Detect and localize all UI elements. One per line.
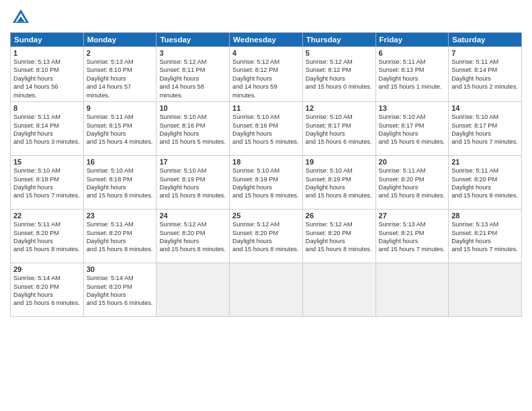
day-cell: 6 Sunrise: 5:11 AM Sunset: 8:13 PM Dayli… xyxy=(375,47,449,102)
day-number: 21 xyxy=(451,158,519,166)
day-cell xyxy=(375,263,449,317)
day-info: Sunrise: 5:13 AM Sunset: 8:10 PM Dayligh… xyxy=(87,58,154,99)
header-row: SundayMondayTuesdayWednesdayThursdayFrid… xyxy=(11,33,522,47)
day-info: Sunrise: 5:12 AM Sunset: 8:11 PM Dayligh… xyxy=(159,58,226,99)
col-header-friday: Friday xyxy=(375,33,449,47)
day-number: 27 xyxy=(379,212,446,220)
day-info: Sunrise: 5:10 AM Sunset: 8:19 PM Dayligh… xyxy=(159,167,226,200)
day-info: Sunrise: 5:10 AM Sunset: 8:17 PM Dayligh… xyxy=(306,113,373,146)
day-cell: 30 Sunrise: 5:14 AM Sunset: 8:20 PM Dayl… xyxy=(83,263,157,317)
day-cell: 17 Sunrise: 5:10 AM Sunset: 8:19 PM Dayl… xyxy=(157,156,230,210)
day-cell: 4 Sunrise: 5:12 AM Sunset: 8:12 PM Dayli… xyxy=(230,47,303,102)
day-info: Sunrise: 5:13 AM Sunset: 8:21 PM Dayligh… xyxy=(451,220,519,254)
day-number: 3 xyxy=(159,49,226,57)
week-row-4: 29 Sunrise: 5:14 AM Sunset: 8:20 PM Dayl… xyxy=(11,263,522,317)
day-number: 8 xyxy=(13,104,81,112)
day-cell: 8 Sunrise: 5:11 AM Sunset: 8:14 PM Dayli… xyxy=(11,102,84,156)
day-number: 15 xyxy=(13,158,81,166)
day-info: Sunrise: 5:11 AM Sunset: 8:14 PM Dayligh… xyxy=(451,58,519,91)
day-number: 30 xyxy=(87,265,154,273)
day-cell: 12 Sunrise: 5:10 AM Sunset: 8:17 PM Dayl… xyxy=(302,102,375,156)
day-info: Sunrise: 5:10 AM Sunset: 8:16 PM Dayligh… xyxy=(159,113,226,146)
day-number: 19 xyxy=(306,158,373,166)
day-cell: 23 Sunrise: 5:11 AM Sunset: 8:20 PM Dayl… xyxy=(83,210,157,263)
day-cell: 19 Sunrise: 5:10 AM Sunset: 8:19 PM Dayl… xyxy=(302,156,375,210)
day-number: 5 xyxy=(306,49,373,57)
week-row-1: 8 Sunrise: 5:11 AM Sunset: 8:14 PM Dayli… xyxy=(11,102,522,156)
day-cell xyxy=(157,263,230,317)
day-info: Sunrise: 5:11 AM Sunset: 8:14 PM Dayligh… xyxy=(13,113,81,146)
day-number: 20 xyxy=(379,158,446,166)
day-number: 6 xyxy=(379,49,446,57)
day-cell xyxy=(302,263,375,317)
logo xyxy=(10,7,34,28)
day-number: 18 xyxy=(232,158,300,166)
day-info: Sunrise: 5:12 AM Sunset: 8:20 PM Dayligh… xyxy=(306,220,373,254)
col-header-wednesday: Wednesday xyxy=(230,33,303,47)
day-number: 14 xyxy=(451,104,519,112)
col-header-sunday: Sunday xyxy=(11,33,84,47)
day-info: Sunrise: 5:11 AM Sunset: 8:20 PM Dayligh… xyxy=(379,167,446,200)
day-info: Sunrise: 5:10 AM Sunset: 8:17 PM Dayligh… xyxy=(379,113,446,146)
day-cell: 14 Sunrise: 5:10 AM Sunset: 8:17 PM Dayl… xyxy=(449,102,522,156)
logo-icon xyxy=(10,7,32,28)
day-cell: 13 Sunrise: 5:10 AM Sunset: 8:17 PM Dayl… xyxy=(375,102,449,156)
day-cell: 28 Sunrise: 5:13 AM Sunset: 8:21 PM Dayl… xyxy=(449,210,522,263)
day-cell: 15 Sunrise: 5:10 AM Sunset: 8:18 PM Dayl… xyxy=(11,156,84,210)
day-info: Sunrise: 5:11 AM Sunset: 8:20 PM Dayligh… xyxy=(87,220,154,254)
day-info: Sunrise: 5:10 AM Sunset: 8:19 PM Dayligh… xyxy=(232,167,300,200)
day-number: 11 xyxy=(232,104,300,112)
col-header-thursday: Thursday xyxy=(302,33,375,47)
day-info: Sunrise: 5:12 AM Sunset: 8:20 PM Dayligh… xyxy=(159,220,226,254)
day-cell: 21 Sunrise: 5:11 AM Sunset: 8:20 PM Dayl… xyxy=(449,156,522,210)
day-info: Sunrise: 5:12 AM Sunset: 8:20 PM Dayligh… xyxy=(232,220,300,254)
day-cell: 3 Sunrise: 5:12 AM Sunset: 8:11 PM Dayli… xyxy=(157,47,230,102)
day-number: 1 xyxy=(13,49,81,57)
day-info: Sunrise: 5:13 AM Sunset: 8:10 PM Dayligh… xyxy=(13,58,81,99)
day-number: 23 xyxy=(87,212,154,220)
day-cell: 25 Sunrise: 5:12 AM Sunset: 8:20 PM Dayl… xyxy=(230,210,303,263)
col-header-tuesday: Tuesday xyxy=(157,33,230,47)
day-number: 25 xyxy=(232,212,300,220)
day-info: Sunrise: 5:10 AM Sunset: 8:18 PM Dayligh… xyxy=(87,167,154,200)
day-cell: 1 Sunrise: 5:13 AM Sunset: 8:10 PM Dayli… xyxy=(11,47,84,102)
page: SundayMondayTuesdayWednesdayThursdayFrid… xyxy=(0,0,532,411)
day-cell: 20 Sunrise: 5:11 AM Sunset: 8:20 PM Dayl… xyxy=(375,156,449,210)
day-cell: 10 Sunrise: 5:10 AM Sunset: 8:16 PM Dayl… xyxy=(157,102,230,156)
day-number: 10 xyxy=(159,104,226,112)
day-cell: 5 Sunrise: 5:12 AM Sunset: 8:12 PM Dayli… xyxy=(302,47,375,102)
day-info: Sunrise: 5:11 AM Sunset: 8:20 PM Dayligh… xyxy=(451,167,519,200)
day-cell: 11 Sunrise: 5:10 AM Sunset: 8:16 PM Dayl… xyxy=(230,102,303,156)
day-cell: 26 Sunrise: 5:12 AM Sunset: 8:20 PM Dayl… xyxy=(302,210,375,263)
day-info: Sunrise: 5:10 AM Sunset: 8:18 PM Dayligh… xyxy=(13,167,81,200)
calendar: SundayMondayTuesdayWednesdayThursdayFrid… xyxy=(10,32,522,317)
day-info: Sunrise: 5:12 AM Sunset: 8:12 PM Dayligh… xyxy=(306,58,373,91)
day-info: Sunrise: 5:10 AM Sunset: 8:17 PM Dayligh… xyxy=(451,113,519,146)
day-number: 12 xyxy=(306,104,373,112)
day-info: Sunrise: 5:11 AM Sunset: 8:15 PM Dayligh… xyxy=(87,113,154,146)
day-number: 4 xyxy=(232,49,300,57)
header xyxy=(10,7,522,28)
day-info: Sunrise: 5:10 AM Sunset: 8:16 PM Dayligh… xyxy=(232,113,300,146)
day-cell: 7 Sunrise: 5:11 AM Sunset: 8:14 PM Dayli… xyxy=(449,47,522,102)
col-header-monday: Monday xyxy=(83,33,157,47)
day-info: Sunrise: 5:11 AM Sunset: 8:13 PM Dayligh… xyxy=(379,58,446,91)
week-row-3: 22 Sunrise: 5:11 AM Sunset: 8:20 PM Dayl… xyxy=(11,210,522,263)
day-number: 7 xyxy=(451,49,519,57)
day-number: 26 xyxy=(306,212,373,220)
day-number: 9 xyxy=(87,104,154,112)
day-info: Sunrise: 5:14 AM Sunset: 8:20 PM Dayligh… xyxy=(87,274,154,308)
day-number: 29 xyxy=(13,265,81,273)
week-row-2: 15 Sunrise: 5:10 AM Sunset: 8:18 PM Dayl… xyxy=(11,156,522,210)
day-cell xyxy=(230,263,303,317)
day-number: 13 xyxy=(379,104,446,112)
day-number: 24 xyxy=(159,212,226,220)
day-number: 2 xyxy=(87,49,154,57)
week-row-0: 1 Sunrise: 5:13 AM Sunset: 8:10 PM Dayli… xyxy=(11,47,522,102)
day-cell: 16 Sunrise: 5:10 AM Sunset: 8:18 PM Dayl… xyxy=(83,156,157,210)
day-number: 22 xyxy=(13,212,81,220)
day-number: 28 xyxy=(451,212,519,220)
col-header-saturday: Saturday xyxy=(449,33,522,47)
day-cell: 2 Sunrise: 5:13 AM Sunset: 8:10 PM Dayli… xyxy=(83,47,157,102)
day-cell: 29 Sunrise: 5:14 AM Sunset: 8:20 PM Dayl… xyxy=(11,263,84,317)
